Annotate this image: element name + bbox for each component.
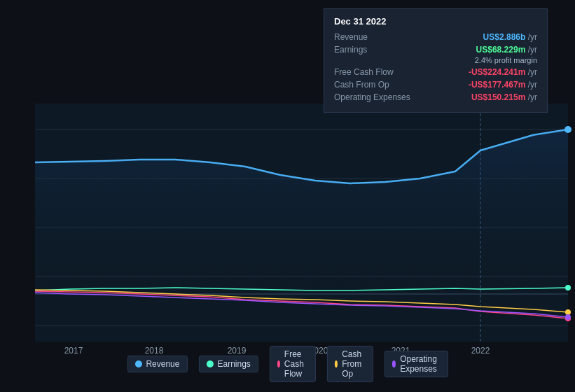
- legend-item-fcf[interactable]: Free Cash Flow: [270, 346, 316, 382]
- tooltip-row-revenue: Revenue US$2.886b /yr: [334, 32, 537, 42]
- legend-item-revenue[interactable]: Revenue: [127, 356, 187, 372]
- legend-item-opex[interactable]: Operating Expenses: [385, 351, 448, 377]
- tooltip-box: Dec 31 2022 Revenue US$2.886b /yr Earnin…: [324, 8, 548, 113]
- legend-item-earnings[interactable]: Earnings: [198, 356, 258, 372]
- legend-dot-earnings: [206, 360, 213, 368]
- svg-point-11: [565, 285, 571, 290]
- tooltip-label-revenue: Revenue: [334, 32, 418, 42]
- tooltip-label-cashfromop: Cash From Op: [334, 80, 418, 90]
- tooltip-value-cashfromop: -US$177.467m /yr: [469, 80, 537, 90]
- legend-label-fcf: Free Cash Flow: [284, 349, 308, 379]
- tooltip-value-opex: US$150.215m /yr: [471, 92, 537, 102]
- tooltip-label-earnings: Earnings: [334, 45, 418, 55]
- legend-label-opex: Operating Expenses: [400, 354, 440, 374]
- tooltip-label-opex: Operating Expenses: [334, 92, 418, 102]
- chart-container: Dec 31 2022 Revenue US$2.886b /yr Earnin…: [0, 0, 575, 392]
- legend-dot-opex: [392, 360, 396, 368]
- legend-item-cashfromop[interactable]: Cash From Op: [327, 346, 373, 382]
- tooltip-row-opex: Operating Expenses US$150.215m /yr: [334, 92, 537, 102]
- svg-point-10: [564, 126, 571, 133]
- legend-dot-cashfromop: [335, 360, 338, 368]
- svg-point-14: [565, 314, 571, 320]
- tooltip-value-earnings: US$68.229m /yr: [476, 45, 537, 55]
- legend-dot-fcf: [277, 360, 280, 368]
- tooltip-row-cashfromop: Cash From Op -US$177.467m /yr: [334, 80, 537, 90]
- tooltip-value-fcf: -US$224.241m /yr: [469, 67, 537, 77]
- svg-point-13: [565, 309, 571, 315]
- legend-label-cashfromop: Cash From Op: [342, 349, 366, 379]
- tooltip-date: Dec 31 2022: [334, 16, 537, 27]
- tooltip-value-revenue: US$2.886b /yr: [483, 32, 537, 42]
- tooltip-row-fcf: Free Cash Flow -US$224.241m /yr: [334, 67, 537, 77]
- legend-label-earnings: Earnings: [217, 359, 250, 369]
- svg-text:2022: 2022: [471, 346, 490, 356]
- tooltip-label-fcf: Free Cash Flow: [334, 67, 418, 77]
- tooltip-profit-margin: 2.4% profit margin: [334, 56, 537, 64]
- svg-text:2017: 2017: [64, 346, 83, 356]
- legend-label-revenue: Revenue: [146, 359, 179, 369]
- tooltip-row-earnings: Earnings US$68.229m /yr: [334, 45, 537, 55]
- chart-legend: Revenue Earnings Free Cash Flow Cash Fro…: [127, 346, 448, 382]
- legend-dot-revenue: [134, 360, 141, 368]
